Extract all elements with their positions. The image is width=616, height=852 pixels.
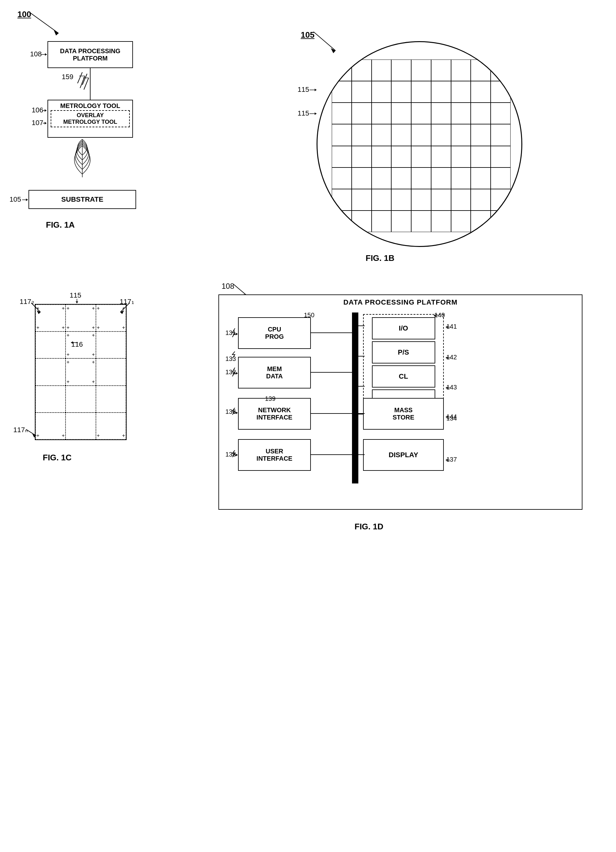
wafer-cell	[491, 103, 510, 124]
fig1b-caption: FIG. 1B	[365, 253, 394, 263]
label-107: 107	[32, 119, 43, 127]
wafer-cell	[391, 59, 411, 81]
label-115-1c: 115	[69, 291, 82, 299]
lightning-131-icon	[231, 328, 239, 337]
wafer-cell	[431, 59, 451, 81]
wafer-cell	[352, 103, 371, 124]
label-108-1d: 108	[222, 282, 234, 291]
wafer-cell	[471, 124, 491, 146]
wafer-cell	[371, 81, 391, 103]
wafer-cell	[332, 146, 352, 168]
wafer-cell	[332, 189, 352, 210]
label-105-1a: 105	[9, 195, 21, 204]
wafer-cell	[431, 146, 451, 168]
die-cell	[96, 386, 126, 412]
wafer-cell	[371, 210, 391, 232]
wafer-cell	[371, 124, 391, 146]
arrow-143-icon	[444, 386, 450, 390]
svg-marker-50	[446, 357, 448, 359]
die-cell	[35, 386, 65, 412]
die-cell: + + + +	[35, 305, 65, 331]
wafer-cell	[411, 189, 431, 210]
label-115-1b-2: 115	[297, 109, 309, 118]
wafer-cell	[371, 189, 391, 210]
wafer-grid	[332, 59, 510, 232]
wafer-cell	[471, 168, 491, 189]
wafer-circle	[317, 41, 522, 247]
ps-box: P/S	[372, 341, 435, 364]
wafer-cell	[431, 124, 451, 146]
wafer-cell	[332, 59, 352, 81]
label-108: 108	[30, 50, 42, 58]
die-cell	[65, 386, 96, 412]
svg-marker-1	[54, 30, 59, 35]
die-cell: + + + +	[65, 331, 96, 358]
bus-bar	[352, 313, 358, 483]
svg-marker-52	[446, 387, 448, 389]
svg-marker-56	[446, 459, 448, 461]
svg-marker-22	[315, 89, 317, 91]
wafer-cell	[332, 124, 352, 146]
wafer-cell	[431, 81, 451, 103]
lightning-138-icon	[231, 450, 239, 457]
wafer-cell	[411, 103, 431, 124]
user-box: USER INTERFACE	[238, 439, 311, 471]
lightning-133-icon	[231, 352, 239, 358]
label-139-1d: 139	[265, 395, 275, 402]
wafer-cell	[471, 103, 491, 124]
arrow-115-1b-1-icon	[310, 88, 319, 92]
wafer-cell	[391, 189, 411, 210]
display-box: DISPLAY	[363, 439, 444, 471]
label-115-1b-1: 115	[297, 86, 309, 94]
arrow-105-1b-icon	[313, 32, 345, 54]
wafer-cell	[411, 146, 431, 168]
wafer-cell	[491, 81, 510, 103]
die-cell: + + + +	[65, 305, 96, 331]
wafer-cell	[411, 210, 431, 232]
svg-marker-15	[45, 122, 47, 124]
wafer-cell	[471, 189, 491, 210]
wafer-cell	[491, 146, 510, 168]
svg-line-33	[26, 429, 36, 436]
wafer-cell	[371, 168, 391, 189]
fig1c-caption: FIG. 1C	[43, 453, 71, 462]
wafer-cell	[352, 189, 371, 210]
cpu-box: CPU PROG	[238, 317, 311, 349]
die-grid: + + + + + + + + + + + + + + +	[35, 305, 126, 440]
connector-net-bus	[311, 413, 352, 414]
arrow-105-1a-icon	[22, 198, 30, 202]
wafer-cell	[391, 103, 411, 124]
arrow-142-icon	[444, 355, 450, 360]
svg-marker-24	[315, 112, 317, 115]
die-cell	[96, 358, 126, 385]
svg-marker-46	[434, 314, 436, 317]
dpp-box: DATA PROCESSING PLATFORM	[47, 41, 133, 68]
wafer-cell	[431, 103, 451, 124]
wafer-cell	[451, 210, 471, 232]
wafer-cell	[391, 210, 411, 232]
wafer-cell	[332, 168, 352, 189]
wafer-cell	[471, 59, 491, 81]
arrow-100-icon	[30, 13, 68, 38]
die-cell: + +	[96, 412, 126, 440]
wafer-cell	[371, 59, 391, 81]
waves-icon	[66, 139, 98, 180]
die-cell: + + + +	[65, 358, 96, 385]
wafer-cell	[352, 59, 371, 81]
arrow-141-icon	[444, 325, 450, 329]
label-100: 100	[17, 9, 31, 19]
mass-store-box: MASS STORE	[363, 398, 444, 430]
svg-line-19	[313, 32, 335, 51]
substrate-box: SUBSTRATE	[29, 190, 136, 209]
die-cell: + + + +	[96, 305, 126, 331]
die-grid-container: + + + + + + + + + + + + + + +	[35, 304, 127, 440]
wafer-cell	[352, 81, 371, 103]
wafer-cell	[491, 59, 510, 81]
wafer-cell	[411, 59, 431, 81]
wafer-cell	[451, 124, 471, 146]
overlay-metro-inner-box: OVERLAY METROLOGY TOOL	[51, 110, 130, 127]
svg-marker-48	[446, 326, 448, 328]
wafer-cell	[451, 59, 471, 81]
svg-line-4	[77, 72, 82, 83]
wafer-cell	[471, 81, 491, 103]
